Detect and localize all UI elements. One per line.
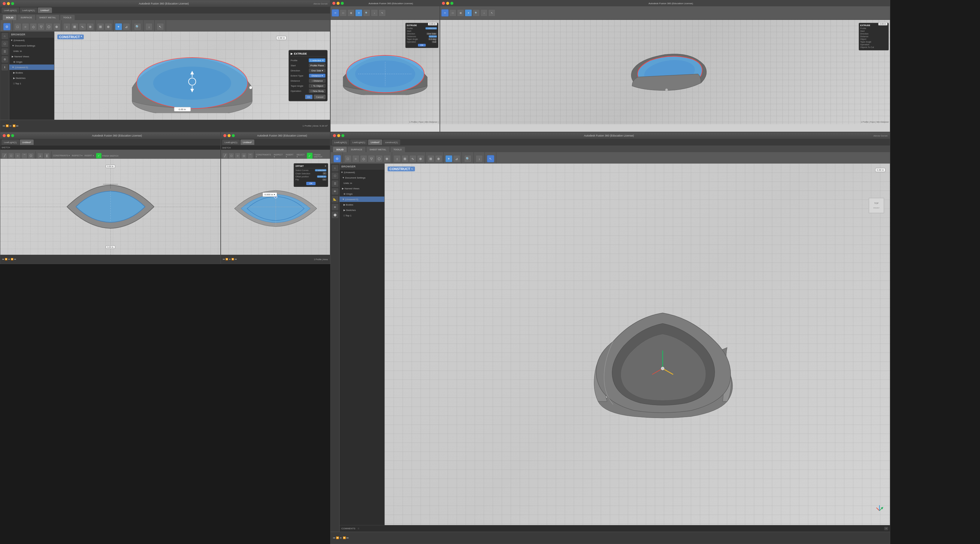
sketch-btn-5d[interactable]: ◇ <box>241 153 247 159</box>
create-btn-1[interactable]: □ <box>14 23 21 30</box>
close-button[interactable] <box>3 2 6 5</box>
browser-item-docsettings[interactable]: ▼ Document Settings <box>9 43 54 48</box>
mode-sheet-6[interactable]: SHEET METAL <box>366 147 390 152</box>
max-5[interactable] <box>232 134 235 137</box>
close-3[interactable] <box>442 2 445 5</box>
s6-3d[interactable]: ⬡ <box>332 173 338 179</box>
create-btn-5[interactable]: ⬡ <box>45 23 52 30</box>
sketch-line-btn[interactable]: ╱ <box>2 153 8 159</box>
ok-button-1[interactable]: OK <box>305 95 313 99</box>
mode-surface-6[interactable]: SURFACE <box>347 147 365 152</box>
tab-6-extra[interactable]: construct(1) <box>383 140 400 145</box>
max-3[interactable] <box>450 2 453 5</box>
construct-btn-1[interactable]: ✦ <box>115 23 122 30</box>
viewport-5[interactable]: 0.000 in ▾ OFFSET ✕ Select Curves 1 sele… <box>221 159 330 255</box>
modify-btn-3[interactable]: ∿ <box>79 23 86 30</box>
assemble-btn-2a[interactable]: ⊞ <box>347 9 355 16</box>
min-2[interactable] <box>337 2 340 5</box>
playback-6[interactable]: ⏮ ⏪ ⏯ ⏩ ⏭ <box>333 536 349 539</box>
sketch-btn-5e[interactable]: ⌒ <box>247 153 253 159</box>
max-2[interactable] <box>341 2 344 5</box>
inspect-btn-1[interactable]: 🔍 <box>134 23 141 30</box>
modify-btn-2a[interactable]: ✏ <box>332 9 339 16</box>
b6-units[interactable]: Units: in <box>340 180 384 186</box>
max-6[interactable] <box>341 134 344 137</box>
tab-6-leaf1[interactable]: LeafLight(1) <box>332 140 350 145</box>
insert-btn-1[interactable]: ↓ <box>145 23 153 30</box>
create-btn-3a[interactable]: □ <box>449 9 457 16</box>
b6-namedviews[interactable]: ▶ Named Views <box>340 186 384 191</box>
tab-6-leaf2[interactable]: LeafLight(1) <box>350 140 368 145</box>
b6-unsaved0[interactable]: ▼ (Unsaved 0) <box>340 197 384 202</box>
sidebar-home-icon[interactable]: ⌂ <box>2 33 8 39</box>
modify-btn-4[interactable]: ⊗ <box>87 23 94 30</box>
sketch-btn-5c[interactable]: ○ <box>235 153 240 159</box>
create-btn-2a[interactable]: □ <box>340 9 347 16</box>
browser-item-sketches[interactable]: ▶ Sketches <box>9 75 54 81</box>
a6-2[interactable]: ⊕ <box>435 155 442 162</box>
offset-close-5[interactable]: ✕ <box>325 165 326 167</box>
tab-5-leaf1[interactable]: LeafLight(1) <box>222 140 240 145</box>
sidebar-info-icon[interactable]: ℹ <box>2 64 8 70</box>
cancel-button-1[interactable]: Cancel <box>314 95 326 99</box>
min-5[interactable] <box>228 134 231 137</box>
viewport-2[interactable]: 0.00 in EXTRUDE Profile 1 selected Start <box>331 20 439 124</box>
construct-btn-3a[interactable]: ✦ <box>465 9 472 16</box>
browser-item-unsaved0[interactable]: ▼ (Unsaved 0) <box>9 65 54 70</box>
browser-item-namedviews[interactable]: ▶ Named Views <box>9 54 54 59</box>
s6-section[interactable]: ⊕ <box>332 204 338 210</box>
browser-item-origin[interactable]: ⊕ Origin <box>9 59 54 65</box>
design-btn-6[interactable]: ⚙ <box>334 155 341 162</box>
tab-6-untitled[interactable]: Untitled* <box>368 140 382 145</box>
close-5[interactable] <box>223 134 226 137</box>
b6-unsaved[interactable]: ▼ (Unsaved) <box>340 170 384 175</box>
create-btn-3[interactable]: ◇ <box>30 23 37 30</box>
m6-1[interactable]: ↕ <box>394 155 401 162</box>
c6-1[interactable]: □ <box>344 155 352 162</box>
sketch-arc-btn[interactable]: ⌒ <box>21 153 27 159</box>
inspect-btn-2a[interactable]: 🔍 <box>363 9 370 16</box>
max-4[interactable] <box>11 134 14 137</box>
assemble-btn-2[interactable]: ⊕ <box>105 23 112 30</box>
mode-surface[interactable]: SURFACE <box>17 15 35 20</box>
construct-btn-2a[interactable]: ✦ <box>355 9 363 16</box>
sel6-1[interactable]: ↖ <box>487 155 494 162</box>
sketch-rect-btn[interactable]: □ <box>8 153 14 159</box>
c6-2[interactable]: ○ <box>352 155 360 162</box>
nav-cube-6[interactable]: TOP FRONT <box>867 197 885 214</box>
select-btn-2a[interactable]: ↖ <box>379 9 386 16</box>
min-6[interactable] <box>337 134 340 137</box>
mode-tools-6[interactable]: TOOLS <box>390 147 405 152</box>
modify-btn-1[interactable]: ↕ <box>64 23 70 30</box>
sketch-circle-btn[interactable]: ○ <box>15 153 21 159</box>
close-2[interactable] <box>332 2 336 5</box>
close-4[interactable] <box>3 134 6 137</box>
min-3[interactable] <box>446 2 449 5</box>
browser-item-bodies[interactable]: ▶ Bodies <box>9 70 54 75</box>
sketch-para-btn[interactable]: ∥ <box>44 153 50 159</box>
mode-solid[interactable]: SOLID <box>3 15 16 20</box>
assemble-btn-3a[interactable]: ⊞ <box>457 9 464 16</box>
window-controls-2[interactable] <box>332 2 344 5</box>
sidebar-3d-icon[interactable]: ⬡ <box>2 41 8 47</box>
s6-analysis[interactable]: ⬤ <box>332 211 338 218</box>
viewport-6[interactable]: CONSTRUCT ~ 0.00 in TOP FRONT <box>385 163 890 532</box>
c6-6[interactable]: ⊕ <box>383 155 391 162</box>
minimize-button[interactable] <box>7 2 10 5</box>
add-comment-btn-6[interactable]: + <box>884 527 888 530</box>
tab-leaf1[interactable]: LeafLight(1) <box>2 8 19 13</box>
insert-btn-2a[interactable]: ↓ <box>371 9 378 16</box>
window-controls-4[interactable] <box>3 134 14 137</box>
maximize-button[interactable] <box>11 2 14 5</box>
assemble-btn-1[interactable]: ⊞ <box>97 23 104 30</box>
tab-5-active[interactable]: Untitled* <box>240 140 254 145</box>
close-6[interactable] <box>333 134 336 137</box>
sketch-poly-btn[interactable]: ⬡ <box>28 153 34 159</box>
sketch-btn-5b[interactable]: □ <box>229 153 234 159</box>
tools-btn-3[interactable]: ✏ <box>441 9 449 16</box>
mode-sheet-metal[interactable]: SHEET METAL <box>36 15 59 20</box>
window-controls-3[interactable] <box>442 2 453 5</box>
insert6-1[interactable]: ↓ <box>476 155 483 162</box>
viewport-1[interactable]: CONSTRUCT * 0.00 in TOP <box>54 32 330 120</box>
playback-4[interactable]: ⏮ ⏪ ⏯ ⏩ ⏭ <box>2 258 16 260</box>
